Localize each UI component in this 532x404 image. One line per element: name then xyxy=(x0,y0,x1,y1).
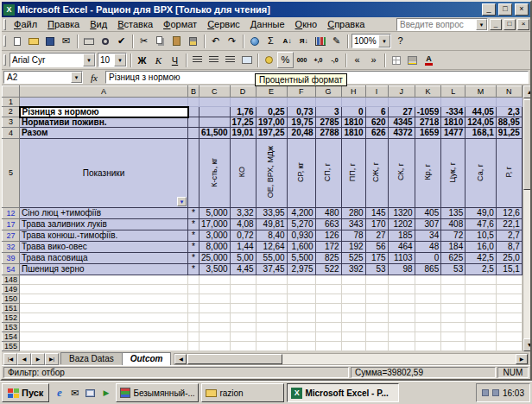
cell-C17[interactable]: 17,000 xyxy=(200,219,231,230)
cell-D153[interactable] xyxy=(230,323,256,332)
cell-E1[interactable] xyxy=(256,98,287,107)
cell-D27[interactable]: 0,72 xyxy=(230,230,256,242)
cell-B4[interactable] xyxy=(188,128,200,139)
cell-B153[interactable] xyxy=(188,323,200,332)
cell-E154[interactable] xyxy=(256,332,287,342)
cell-H17[interactable]: 343 xyxy=(341,219,365,230)
format-painter-button[interactable] xyxy=(185,33,201,49)
cell-J148[interactable] xyxy=(388,275,415,285)
row-header-12[interactable]: 12 xyxy=(3,208,20,219)
cell-E4[interactable]: 197,25 xyxy=(256,128,287,139)
cell-C149[interactable] xyxy=(200,285,231,294)
cell-E151[interactable] xyxy=(256,304,287,313)
row-header-148[interactable]: 148 xyxy=(3,275,20,285)
cell-C54[interactable]: 3,500 xyxy=(200,264,231,275)
cell-J27[interactable]: 185 xyxy=(388,230,415,242)
cell-M27[interactable]: 10,5 xyxy=(466,230,497,242)
cell-N3[interactable]: 88,95 xyxy=(496,117,522,128)
cell-N155[interactable] xyxy=(496,342,522,351)
cell-M151[interactable] xyxy=(466,304,497,313)
cell-B155[interactable] xyxy=(188,342,200,351)
cell-K2[interactable]: -1059 xyxy=(415,107,441,117)
zoom-combo[interactable]: 100%▼ xyxy=(352,34,391,48)
cell-C152[interactable] xyxy=(200,313,231,323)
cell-E27[interactable]: 8,40 xyxy=(256,230,287,242)
vertical-scroll-track[interactable] xyxy=(523,190,530,338)
cell-A27[interactable]: Трава конюш.-тимофіїв. xyxy=(20,230,188,242)
cell-M155[interactable] xyxy=(466,342,497,351)
menu-item-window[interactable]: Окно xyxy=(290,18,323,30)
cell-J152[interactable] xyxy=(388,313,415,323)
spelling-button[interactable]: ✔ xyxy=(113,33,130,49)
cell-L3[interactable]: 1810 xyxy=(441,117,466,128)
cell-E39[interactable]: 55,00 xyxy=(256,253,287,264)
borders-button[interactable] xyxy=(388,52,404,68)
cell-N151[interactable] xyxy=(496,304,522,313)
cell-C5[interactable]: К-сть, кг xyxy=(200,139,231,208)
new-document-button[interactable] xyxy=(9,33,25,49)
cell-D154[interactable] xyxy=(230,332,256,342)
cell-B17[interactable]: * xyxy=(188,219,200,230)
cell-I39[interactable]: 175 xyxy=(365,253,388,264)
cell-L155[interactable] xyxy=(441,342,466,351)
cell-M54[interactable]: 2,5 xyxy=(466,264,497,275)
cell-D12[interactable]: 3,32 xyxy=(230,208,256,219)
cell-K17[interactable]: 307 xyxy=(415,219,441,230)
name-box[interactable]: A2 ▼ xyxy=(3,71,83,84)
column-header-K[interactable]: K xyxy=(415,86,441,98)
menu-item-help[interactable]: Справка xyxy=(322,18,370,30)
cell-F151[interactable] xyxy=(287,304,315,313)
menu-item-format[interactable]: Формат xyxy=(158,18,202,30)
cell-N154[interactable] xyxy=(496,332,522,342)
cell-K3[interactable]: 2718 xyxy=(415,117,441,128)
cell-D151[interactable] xyxy=(230,304,256,313)
cell-G152[interactable] xyxy=(315,313,341,323)
cell-C153[interactable] xyxy=(200,323,231,332)
network-tray-icon[interactable] xyxy=(492,389,499,396)
cell-E32[interactable]: 12,64 xyxy=(256,242,287,253)
cell-H149[interactable] xyxy=(341,285,365,294)
cell-L1[interactable] xyxy=(441,98,466,107)
previous-sheet-button[interactable]: ◀ xyxy=(17,353,31,365)
cell-F17[interactable]: 5,270 xyxy=(287,219,315,230)
row-header-152[interactable]: 152 xyxy=(3,313,20,323)
cell-G154[interactable] xyxy=(315,332,341,342)
cell-J39[interactable]: 1103 xyxy=(388,253,415,264)
cell-K4[interactable]: 1659 xyxy=(415,128,441,139)
row-header-27[interactable]: 27 xyxy=(3,230,20,242)
cell-L27[interactable]: 72 xyxy=(441,230,466,242)
cell-A2[interactable]: Різниця з нормою xyxy=(20,107,188,117)
cell-G150[interactable] xyxy=(315,294,341,304)
open-folder-button[interactable] xyxy=(25,33,41,49)
cell-L151[interactable] xyxy=(441,304,466,313)
cell-J154[interactable] xyxy=(388,332,415,342)
cell-F154[interactable] xyxy=(287,332,315,342)
cell-E153[interactable] xyxy=(256,323,287,332)
cell-F1[interactable] xyxy=(287,98,315,107)
comma-button[interactable]: 000 xyxy=(294,52,310,68)
cell-D17[interactable]: 4,08 xyxy=(230,219,256,230)
row-header-32[interactable]: 32 xyxy=(3,242,20,253)
row-header-149[interactable]: 149 xyxy=(3,285,20,294)
cell-N12[interactable]: 12,6 xyxy=(496,208,522,219)
cell-J3[interactable]: 4345 xyxy=(388,117,415,128)
cell-A148[interactable] xyxy=(20,275,188,285)
cell-N149[interactable] xyxy=(496,285,522,294)
cell-M39[interactable]: 42,5 xyxy=(466,253,497,264)
fill-color-button[interactable] xyxy=(404,52,421,68)
quicklaunch-internet-explorer[interactable]: e xyxy=(52,386,66,401)
email-button[interactable]: ✉ xyxy=(58,33,74,49)
menu-item-file[interactable]: Файл xyxy=(9,18,42,30)
column-header-D[interactable]: D xyxy=(230,86,256,98)
cell-B151[interactable] xyxy=(188,304,200,313)
cell-G3[interactable]: 2785 xyxy=(315,117,341,128)
insert-function-button[interactable]: fx xyxy=(86,71,103,84)
cell-C150[interactable] xyxy=(200,294,231,304)
horizontal-scrollbar[interactable]: ◀ ▶ xyxy=(174,353,529,365)
cell-N1[interactable] xyxy=(496,98,522,107)
align-left-button[interactable] xyxy=(189,52,206,68)
cell-J155[interactable] xyxy=(388,342,415,351)
insert-hyperlink-button[interactable] xyxy=(246,33,263,49)
cell-E150[interactable] xyxy=(256,294,287,304)
sheet-tab-baza-datas[interactable]: Baza Datas xyxy=(60,352,123,364)
